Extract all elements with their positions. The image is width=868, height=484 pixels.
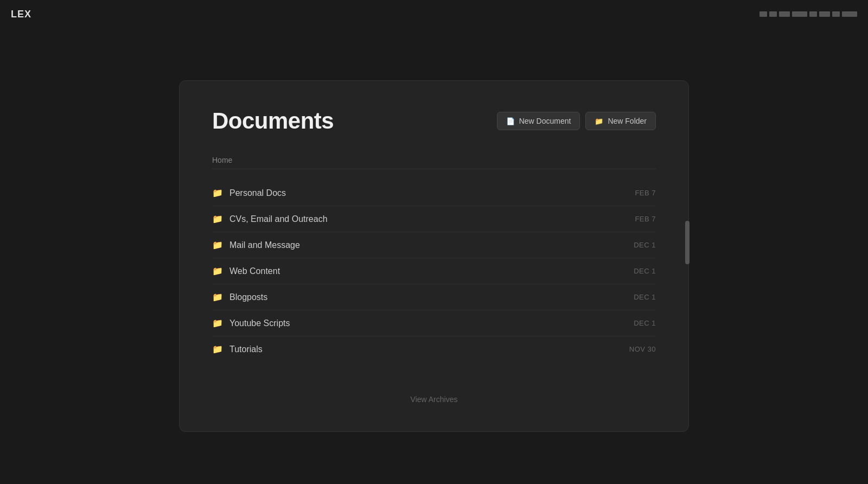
folder-date: DEC 1: [634, 241, 656, 249]
header-buttons: 📄 New Document 📁 New Folder: [497, 112, 656, 130]
folder-date: DEC 1: [634, 267, 656, 275]
view-archives-link[interactable]: View Archives: [411, 395, 458, 404]
titlebar: LEX: [0, 0, 868, 28]
folder-icon: 📁: [212, 344, 223, 354]
folder-date: NOV 30: [629, 345, 656, 353]
folder-left: 📁 Youtube Scripts: [212, 318, 290, 328]
folder-item[interactable]: 📁 Mail and Message DEC 1: [212, 232, 656, 258]
control-1: [760, 11, 767, 17]
folder-icon: 📁: [595, 117, 603, 125]
folder-icon: 📁: [212, 292, 223, 302]
folder-name: Personal Docs: [229, 188, 286, 198]
main-content: Documents 📄 New Document 📁 New Folder Ho…: [0, 28, 868, 484]
control-8: [842, 11, 857, 17]
folder-name: Blogposts: [229, 292, 267, 302]
new-document-label: New Document: [519, 117, 571, 125]
control-6: [819, 11, 830, 17]
folder-icon: 📁: [212, 266, 223, 276]
folder-date: FEB 7: [635, 215, 656, 223]
folder-name: Tutorials: [229, 345, 263, 354]
folder-left: 📁 Blogposts: [212, 292, 267, 302]
header-section: Documents 📄 New Document 📁 New Folder: [212, 108, 656, 134]
control-3: [779, 11, 790, 17]
control-4: [792, 11, 807, 17]
folder-date: DEC 1: [634, 319, 656, 327]
folder-name: Mail and Message: [229, 240, 300, 250]
folder-left: 📁 CVs, Email and Outreach: [212, 214, 328, 224]
folder-left: 📁 Personal Docs: [212, 188, 286, 198]
folder-icon: 📁: [212, 240, 223, 250]
folder-icon: 📁: [212, 214, 223, 224]
folder-name: Web Content: [229, 266, 280, 276]
new-folder-label: New Folder: [608, 117, 647, 125]
breadcrumb-home: Home: [212, 156, 232, 164]
breadcrumb[interactable]: Home: [212, 156, 656, 169]
folder-item[interactable]: 📁 Tutorials NOV 30: [212, 336, 656, 362]
window-controls: [760, 11, 857, 17]
folder-item[interactable]: 📁 Youtube Scripts DEC 1: [212, 310, 656, 336]
folder-left: 📁 Tutorials: [212, 344, 263, 354]
folder-item[interactable]: 📁 Web Content DEC 1: [212, 258, 656, 284]
folder-icon: 📁: [212, 188, 223, 198]
document-icon: 📄: [506, 117, 515, 125]
scrollbar[interactable]: [685, 221, 690, 264]
app-logo: LEX: [11, 9, 31, 20]
new-folder-button[interactable]: 📁 New Folder: [585, 112, 656, 130]
folder-item[interactable]: 📁 Blogposts DEC 1: [212, 284, 656, 310]
folder-list: 📁 Personal Docs FEB 7 📁 CVs, Email and O…: [212, 180, 656, 362]
control-2: [769, 11, 777, 17]
folder-left: 📁 Mail and Message: [212, 240, 300, 250]
documents-panel: Documents 📄 New Document 📁 New Folder Ho…: [179, 80, 689, 432]
folder-icon: 📁: [212, 318, 223, 328]
control-5: [809, 11, 817, 17]
page-title: Documents: [212, 108, 334, 134]
control-7: [832, 11, 840, 17]
folder-item[interactable]: 📁 Personal Docs FEB 7: [212, 180, 656, 206]
new-document-button[interactable]: 📄 New Document: [497, 112, 580, 130]
folder-date: FEB 7: [635, 189, 656, 197]
folder-item[interactable]: 📁 CVs, Email and Outreach FEB 7: [212, 206, 656, 232]
folder-date: DEC 1: [634, 293, 656, 301]
folder-name: Youtube Scripts: [229, 319, 290, 328]
view-archives-container: View Archives: [212, 384, 656, 404]
folder-name: CVs, Email and Outreach: [229, 214, 328, 224]
folder-left: 📁 Web Content: [212, 266, 280, 276]
